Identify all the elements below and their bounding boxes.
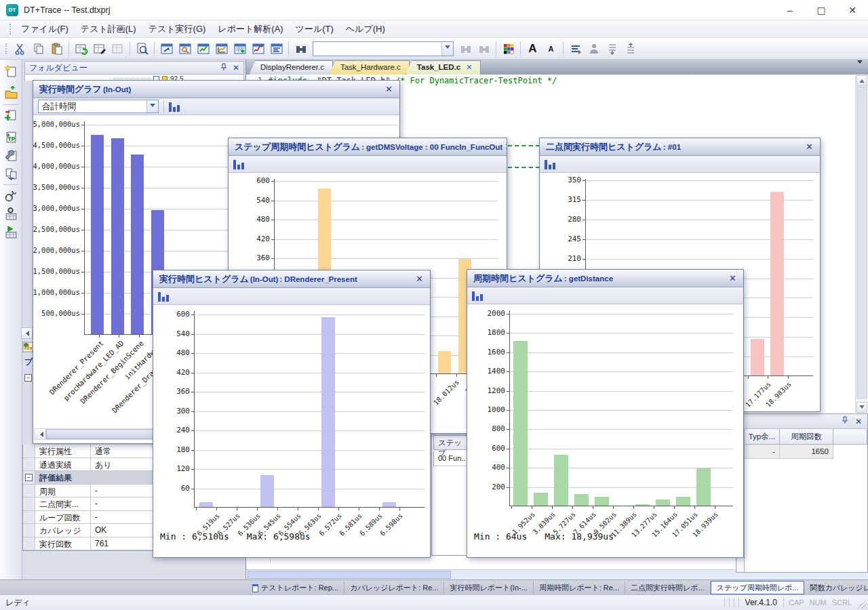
scroll-left-button[interactable] <box>21 327 33 339</box>
menu-item[interactable]: ファイル(F) <box>15 20 75 38</box>
property-row[interactable]: カバレッジOK <box>23 524 154 537</box>
bar-chart-icon[interactable] <box>545 159 555 169</box>
bar-chart-icon[interactable] <box>158 291 169 302</box>
copy-icon[interactable] <box>29 39 47 58</box>
property-row[interactable]: 実行回数761 <box>23 537 154 551</box>
pin-icon[interactable] <box>220 63 227 73</box>
search-combobox[interactable] <box>313 41 454 56</box>
time-type-combobox[interactable]: 合計時間 <box>38 100 159 113</box>
editor-tab-displayrenderer-c[interactable]: DisplayRenderer.c <box>249 60 333 75</box>
report-step-table-icon[interactable] <box>231 39 249 58</box>
close-panel-icon[interactable]: ✕ <box>233 63 239 73</box>
tab-scroll-arrow-icon[interactable] <box>857 64 863 73</box>
scrollbar-thumb[interactable] <box>248 571 451 579</box>
convert-files-icon[interactable] <box>3 165 20 182</box>
close-window-icon[interactable]: ✕ <box>727 273 738 283</box>
editor-tab-task_led-c[interactable]: Task_LED.c✕ <box>406 60 481 75</box>
search-dropdown-arrow[interactable] <box>441 42 453 56</box>
bar-chart-icon[interactable] <box>233 159 244 169</box>
color-palette-icon[interactable] <box>499 39 517 58</box>
menu-item[interactable]: ツール(T) <box>290 20 340 38</box>
scroll-left-icon[interactable] <box>35 429 46 439</box>
column-header[interactable]: Typ余... <box>745 429 780 445</box>
add-file-icon[interactable] <box>3 107 20 124</box>
step-column-header[interactable]: ステップ <box>433 435 467 450</box>
report-tab[interactable]: 周期時間レポート: Re... <box>534 582 625 594</box>
zoom-document-icon[interactable] <box>133 39 151 58</box>
window-title-bar[interactable]: 二点間実行時間ヒストグラム : #01 ✕ <box>540 138 820 156</box>
property-row[interactable]: 周期- <box>23 485 154 498</box>
report-tab[interactable]: 関数カバレッジレポー... <box>804 582 868 594</box>
testpoint-file-icon[interactable]: TP <box>3 129 20 146</box>
close-window-icon[interactable]: ✕ <box>383 84 395 94</box>
close-panel-icon[interactable]: ✕ <box>855 417 862 426</box>
report-tab[interactable]: 実行時間レポート(In-... <box>444 582 533 594</box>
new-project-icon[interactable] <box>3 63 20 80</box>
close-button[interactable]: ✕ <box>837 0 868 20</box>
report-tab[interactable]: カバレッジレポート: Re... <box>344 582 444 594</box>
font-increase-icon[interactable]: A <box>524 39 542 58</box>
y-axis-tick-label: 540 <box>176 329 190 338</box>
step-list-item[interactable]: 00 Fun.. <box>433 451 467 466</box>
tree-expander-icon[interactable]: − <box>24 374 32 382</box>
menu-item[interactable]: レポート解析(A) <box>212 20 289 38</box>
property-row[interactable]: 実行属性通常 <box>23 445 154 458</box>
report-cycle-time-icon[interactable] <box>194 39 212 58</box>
build-gear-icon[interactable] <box>3 205 20 222</box>
connect-plug-icon[interactable] <box>3 187 20 204</box>
editor-vertical-scrollbar[interactable] <box>855 75 867 413</box>
maximize-button[interactable]: ▢ <box>806 0 837 20</box>
window-title-bar[interactable]: 周期時間ヒストグラム : getDistance ✕ <box>467 270 743 287</box>
window-title-bar[interactable]: 実行時間グラフ (In-Out) ✕ <box>33 81 399 98</box>
property-value: 通常 <box>91 445 154 458</box>
find-binoculars-icon[interactable] <box>292 39 310 58</box>
paste-icon[interactable] <box>47 39 66 58</box>
resize-grip[interactable] <box>857 599 867 609</box>
report-tab[interactable]: ステップ周期時間レポ... <box>711 581 805 594</box>
bar-chart-icon[interactable] <box>169 102 180 112</box>
open-project-icon[interactable] <box>3 85 20 102</box>
cut-icon[interactable] <box>11 39 29 58</box>
window-title-bar[interactable]: 実行時間ヒストグラム (In-Out) : DRenderer_Present … <box>153 270 430 288</box>
scroll-down-icon[interactable] <box>856 402 867 413</box>
search-input[interactable] <box>313 42 441 56</box>
test-plan-edit-icon[interactable] <box>90 39 108 58</box>
y-axis-tick-label: 3,000,000us <box>33 204 80 212</box>
run-play-icon[interactable] <box>3 224 20 241</box>
window-toolbar <box>153 288 430 305</box>
report-exec-time-icon[interactable] <box>176 39 194 58</box>
property-row[interactable]: 通過実績あり <box>23 458 154 472</box>
editor-tab-task_hardware-c[interactable]: Task_Hardware.c <box>329 60 410 75</box>
report-exec-graph-icon[interactable] <box>157 39 176 58</box>
close-window-icon[interactable]: ✕ <box>502 142 507 152</box>
y-tick-mark <box>507 333 509 333</box>
font-decrease-icon[interactable]: A <box>542 39 560 58</box>
chevron-down-icon[interactable] <box>146 100 158 113</box>
bookmark-lines-icon[interactable] <box>566 39 585 58</box>
window-title-bar[interactable]: ステップ周期時間ヒストグラム : getDMSVoltage : 00 Func… <box>229 138 507 156</box>
settings-wrench-icon[interactable] <box>3 147 20 164</box>
test-plan-sync-icon[interactable] <box>72 39 90 58</box>
scroll-up-icon[interactable] <box>856 75 867 86</box>
column-header[interactable]: 周期回数 <box>780 429 833 445</box>
collapse-icon[interactable]: − <box>25 474 33 481</box>
menu-item[interactable]: ヘルプ(H) <box>340 20 391 38</box>
close-tab-icon[interactable]: ✕ <box>466 63 472 71</box>
close-window-icon[interactable]: ✕ <box>804 142 815 152</box>
menu-item[interactable]: テスト実行(G) <box>142 20 212 38</box>
menu-item[interactable]: テスト計画(L) <box>75 20 142 38</box>
close-window-icon[interactable]: ✕ <box>414 274 425 284</box>
report-tab[interactable]: 二点間実行時間レポ... <box>625 582 711 594</box>
report-xy-time-icon[interactable] <box>212 39 231 58</box>
bar-chart-icon[interactable] <box>472 291 483 301</box>
chart-colorful-icon[interactable] <box>22 342 33 352</box>
pin-icon[interactable] <box>842 416 848 426</box>
report-tab[interactable]: テストレポート: Rep... <box>247 582 344 594</box>
report-curve-icon[interactable] <box>249 39 267 58</box>
property-row[interactable]: −評価結果 <box>23 471 154 485</box>
scrollbar-thumb[interactable] <box>856 87 867 399</box>
property-row[interactable]: 二点間実...- <box>23 497 154 511</box>
report-list-icon[interactable] <box>267 39 285 58</box>
minimize-button[interactable]: – <box>774 0 806 20</box>
property-row[interactable]: ループ回数- <box>23 511 154 525</box>
